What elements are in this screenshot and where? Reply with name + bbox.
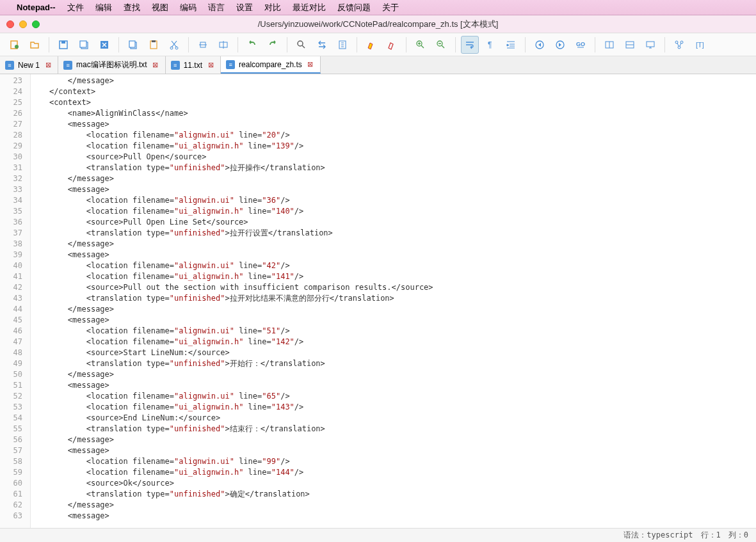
- code-line: <translation type="unfinished">确定</trans…: [31, 489, 756, 500]
- split-h-icon[interactable]: [600, 36, 618, 54]
- indent-icon[interactable]: [502, 36, 520, 54]
- line-number: 30: [0, 152, 22, 163]
- code-line: <location filename="alignwin.ui" line="6…: [31, 391, 756, 402]
- line-number: 63: [0, 511, 22, 522]
- erase-icon[interactable]: [383, 36, 401, 54]
- cut-alt-icon[interactable]: [194, 36, 212, 54]
- find-icon[interactable]: [293, 36, 310, 54]
- code-line: <location filename="ui_alignwin.h" line=…: [31, 337, 756, 347]
- tab-label: New 1: [18, 61, 40, 70]
- file-icon: ≡: [5, 61, 14, 70]
- tab-close-icon[interactable]: ⊠: [44, 61, 52, 70]
- show-symbols-icon[interactable]: ¶: [481, 36, 499, 54]
- menu-compare[interactable]: 对比: [264, 2, 281, 13]
- go-icon[interactable]: GO: [572, 36, 590, 54]
- menu-recent-compare[interactable]: 最近对比: [293, 2, 326, 13]
- tab-label: mac编译图标说明.txt: [76, 60, 147, 70]
- code-line: <translation type="unfinished">结束行：</tra…: [31, 424, 756, 434]
- code-line: </context>: [31, 86, 756, 97]
- word-wrap-icon[interactable]: [461, 36, 479, 54]
- menu-file[interactable]: 文件: [67, 2, 84, 13]
- menu-find[interactable]: 查找: [124, 2, 140, 13]
- macro-next-icon[interactable]: [551, 36, 569, 54]
- code-line: <location filename="alignwin.ui" line="9…: [31, 456, 756, 467]
- tab-close-icon[interactable]: ⊠: [206, 61, 215, 70]
- paste-icon[interactable]: [145, 36, 163, 54]
- line-number: 49: [0, 358, 22, 369]
- tab-0[interactable]: ≡New 1⊠: [0, 56, 58, 74]
- graph-icon[interactable]: [670, 36, 688, 54]
- line-number: 51: [0, 380, 22, 391]
- line-number: 45: [0, 315, 22, 326]
- line-number: 38: [0, 239, 22, 250]
- toolbar-separator: [118, 37, 119, 52]
- menu-language[interactable]: 语言: [208, 2, 225, 13]
- tab-3[interactable]: ≡realcompare_zh.ts⊠: [221, 56, 321, 74]
- menu-settings[interactable]: 设置: [236, 2, 253, 13]
- window-maximize-button[interactable]: [32, 20, 40, 28]
- file-icon: ≡: [226, 60, 235, 69]
- status-bar: 语法：typescript 行：1 列：0: [0, 528, 756, 542]
- tab-close-icon[interactable]: ⊠: [151, 61, 160, 70]
- line-number: 35: [0, 206, 22, 217]
- code-line: <message>: [31, 511, 756, 522]
- svg-text:¶: ¶: [488, 40, 492, 49]
- menu-about[interactable]: 关于: [382, 2, 399, 13]
- line-number: 39: [0, 250, 22, 260]
- menu-view[interactable]: 视图: [152, 2, 168, 13]
- cut-icon[interactable]: [165, 36, 183, 54]
- code-line: <message>: [31, 119, 756, 130]
- copy-alt-icon[interactable]: [214, 36, 232, 54]
- code-line: <message>: [31, 445, 756, 456]
- window-minimize-button[interactable]: [19, 20, 27, 28]
- bookmark-icon[interactable]: [334, 36, 351, 54]
- monitor-icon[interactable]: [641, 36, 659, 54]
- redo-icon[interactable]: [264, 36, 282, 54]
- toolbar-separator: [287, 37, 287, 52]
- line-number: 58: [0, 456, 22, 467]
- replace-icon[interactable]: [313, 36, 331, 54]
- tab-bar: ≡New 1⊠≡mac编译图标说明.txt⊠≡11.txt⊠≡realcompa…: [0, 56, 756, 74]
- line-number: 46: [0, 326, 22, 337]
- code-line: </message>: [31, 304, 756, 315]
- line-number: 42: [0, 282, 22, 293]
- code-line: <message>: [31, 184, 756, 195]
- code-editor[interactable]: </message> </context> <context> <name>Al…: [31, 74, 756, 528]
- line-number: 32: [0, 173, 22, 184]
- code-line: <location filename="ui_alignwin.h" line=…: [31, 467, 756, 478]
- code-line: <translation type="unfinished">拉开对比结果不满意…: [31, 293, 756, 304]
- menubar: Notepad-- 文件 编辑 查找 视图 编码 语言 设置 对比 最近对比 反…: [0, 0, 756, 15]
- open-file-icon[interactable]: [26, 36, 44, 54]
- svg-rect-3: [61, 41, 65, 44]
- copy-icon[interactable]: [124, 36, 142, 54]
- app-name[interactable]: Notepad--: [17, 3, 56, 12]
- code-line: <source>Pull out the section with insuff…: [31, 282, 756, 293]
- toolbar: ¶GO[T]: [0, 33, 756, 56]
- bracket-icon[interactable]: [T]: [691, 36, 709, 54]
- menu-encoding[interactable]: 编码: [180, 2, 197, 13]
- zoom-in-icon[interactable]: [412, 36, 430, 54]
- tab-close-icon[interactable]: ⊠: [306, 60, 315, 69]
- highlight-icon[interactable]: [362, 36, 380, 54]
- split-v-icon[interactable]: [621, 36, 639, 54]
- line-number: 31: [0, 163, 22, 173]
- window-close-button[interactable]: [6, 20, 14, 28]
- window-controls: [6, 20, 40, 28]
- tab-2[interactable]: ≡11.txt⊠: [166, 56, 221, 74]
- line-number: 43: [0, 293, 22, 304]
- save-all-icon[interactable]: [75, 36, 93, 54]
- macro-prev-icon[interactable]: [531, 36, 549, 54]
- undo-icon[interactable]: [243, 36, 261, 54]
- zoom-out-icon[interactable]: [432, 36, 450, 54]
- close-icon[interactable]: [95, 36, 113, 54]
- code-line: <translation type="unfinished">拉开行设置</tr…: [31, 228, 756, 239]
- tab-1[interactable]: ≡mac编译图标说明.txt⊠: [58, 56, 166, 74]
- menu-edit[interactable]: 编辑: [95, 2, 112, 13]
- menu-feedback[interactable]: 反馈问题: [337, 2, 371, 13]
- new-file-icon[interactable]: [5, 36, 23, 54]
- line-number: 33: [0, 184, 22, 195]
- tab-label: 11.txt: [184, 61, 202, 70]
- save-icon[interactable]: [54, 36, 72, 54]
- svg-point-1: [15, 45, 19, 49]
- line-number-gutter: 2324252627282930313233343536373839404142…: [0, 74, 31, 528]
